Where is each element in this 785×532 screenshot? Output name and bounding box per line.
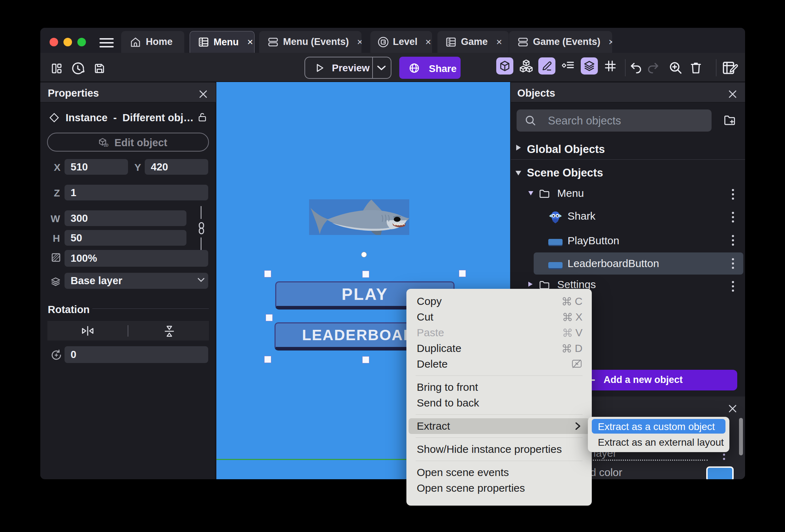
svg-text:2D: 2D [104, 143, 109, 147]
